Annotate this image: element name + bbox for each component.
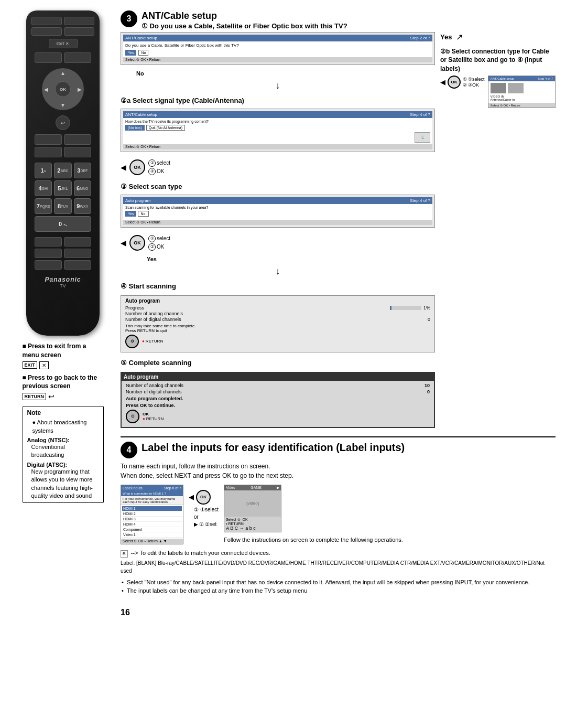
- step4-section: 4 Label the inputs for easy identificati…: [121, 436, 556, 598]
- arrow-down-1: ↓: [121, 81, 435, 90]
- scan-type-screen: Auto program Step 4 of 7 Scan scanning f…: [121, 195, 435, 228]
- sub2a-title: ②a Select signal type (Cable/Antenna): [121, 97, 435, 104]
- remote-dpad: ▲ ▼ ◀ ▶ OK: [42, 68, 84, 110]
- label-screen-header-right: Step 6 of 7: [164, 486, 181, 490]
- scanning-box: Auto program Progress 1% Number of: [121, 295, 435, 352]
- step4-right: Video GAME ▶ [video] Select ⊙ OK: [224, 485, 403, 544]
- select-2b: ①select: [468, 77, 485, 82]
- bullet-item-1: Select "Not used" for any back-panel inp…: [121, 578, 556, 587]
- dpad-up: ▲: [60, 70, 66, 76]
- step3-section: 3 ANT/Cable setup ① Do you use a Cable, …: [121, 10, 556, 429]
- screen3-question: Scan scanning for available channels in …: [125, 206, 430, 209]
- digital-value-scan: 0: [428, 317, 430, 322]
- return-note-label: RETURN: [23, 393, 47, 400]
- num-1: 1●: [35, 163, 52, 178]
- digital-title: Digital (ATSC):: [27, 462, 99, 468]
- right-column: 3 ANT/Cable setup ① Do you use a Cable, …: [121, 10, 556, 617]
- num-9: 9WXY: [74, 198, 91, 214]
- screen1-header-left: ANT/Cable setup: [125, 36, 157, 40]
- label-question2: For your convenience, you may name each …: [121, 496, 183, 505]
- remote-mid-btn-4: [64, 134, 91, 145]
- video-thumbnail-2: [508, 83, 524, 93]
- screen2b-footer: Select ⊙ OK • Return: [488, 103, 555, 108]
- num-2: 2ABC: [54, 163, 71, 178]
- complete-digital-value: 0: [427, 389, 430, 394]
- step4-header: 4 Label the inputs for easy identificati…: [121, 442, 556, 458]
- ok-label-3: OK: [157, 244, 164, 250]
- step4-desc1-text: To name each input, follow the instructi…: [121, 462, 556, 471]
- label-inputs-screen: Label inputs Step 6 of 7 What is connect…: [121, 485, 183, 544]
- rv-footer2: OK: [243, 518, 248, 521]
- step3-left: ANT/Cable setup Step 2 of 7 Do you use a…: [121, 32, 435, 429]
- step4-content: Label inputs Step 6 of 7 What is connect…: [121, 485, 556, 544]
- note-bullet-content: About broadcasting systems: [32, 419, 87, 433]
- label-note-r: R --> To edit the labels to match your c…: [121, 549, 556, 558]
- analog-title: Analog (NTSC):: [27, 437, 99, 443]
- step3-circle: 3: [121, 10, 137, 27]
- step4-desc2-text: When done, select NEXT and press OK to g…: [121, 471, 556, 480]
- brand-label: Panasonic: [45, 276, 81, 283]
- screen2a-header-right: Step 4 of 7: [410, 112, 430, 117]
- right-video-header-right: GAME: [251, 486, 262, 490]
- yes-label-right: Yes: [440, 33, 452, 41]
- num-8: 8TUV: [54, 198, 71, 214]
- right-video-body: [video]: [224, 490, 281, 517]
- step4-or: or: [194, 514, 219, 520]
- step4-set-label: ②set: [205, 521, 216, 527]
- analog-label-scan: Number of analog channels: [125, 311, 183, 316]
- screen1-no: No: [138, 50, 148, 56]
- video-in-screen: ANT/Cable setup Step 4 of 7 VIDEO IN: [488, 76, 556, 108]
- sub2b-title: ②b Select connection type for Cable or S…: [440, 47, 556, 73]
- circle-1-3: ①: [148, 235, 156, 242]
- circle-2-3: ②: [148, 243, 156, 251]
- step4-select-label: ①select: [200, 507, 219, 512]
- complete-return-text: RETURN: [146, 416, 164, 421]
- remote-mid-btn-5: [35, 147, 62, 157]
- ok-btn-2b: OK: [448, 76, 461, 89]
- ok-select-3: ◀ OK ① select ② OK: [121, 235, 435, 251]
- remote-mid-btn-1: [35, 52, 62, 63]
- sub5-title: ⑤ Complete scanning: [121, 359, 435, 367]
- remote-exit-button: EXIT ✕: [49, 39, 78, 48]
- complete-digital-label: Number of digital channels: [126, 389, 182, 394]
- label-full-text: Label: [BLANK] Blu-ray/CABLE/SATELLITE/D…: [121, 559, 556, 575]
- complete-ok-btn: ⊙: [126, 410, 139, 423]
- step3-subtitle: ① Do you use a Cable, Satellite or Fiber…: [142, 22, 347, 30]
- model-label: TV: [60, 283, 66, 288]
- exit-btn-icon: ✕: [66, 41, 69, 46]
- progress-bar: [390, 306, 421, 310]
- return-note-text: ■ Press to go back to the previous scree…: [23, 373, 104, 391]
- complete-title: Auto program: [122, 373, 434, 381]
- step3-right-inner: Yes ↗ ②b Select connection type for Cabl…: [440, 32, 556, 108]
- cable-question-screen: ANT/Cable setup Step 2 of 7 Do you use a…: [121, 32, 435, 65]
- left-column: EXIT ✕ ▲ ▼ ◀ ▶ OK ↩: [10, 10, 115, 617]
- dpad-right: ▶: [78, 87, 82, 92]
- ok-label-2a: OK: [157, 168, 164, 174]
- remote-mid-btn-3: [35, 134, 62, 145]
- select-label-3: select: [157, 235, 170, 241]
- digital-label-scan: Number of digital channels: [125, 317, 181, 322]
- press-notes: ■ Press to exit from a menu screen EXIT …: [23, 342, 104, 503]
- video-placeholder: [video]: [246, 501, 259, 506]
- remote-btn-3: [31, 27, 62, 36]
- ok-btn-2a: OK: [129, 159, 145, 175]
- label-note-text: --> To edit the labels to match your con…: [131, 550, 270, 556]
- numpad: 1● 2ABC 3DEF 4GHI 5JKL 6MNO 7PQRS 8TUV 9…: [35, 163, 91, 232]
- complete-msg1: Auto program completed.: [126, 396, 430, 401]
- small-screen-pair: ◀ OK ①①select ②②OK: [440, 76, 556, 108]
- sub3-title: ③ Select scan type: [121, 183, 435, 190]
- r-box: R: [121, 550, 128, 558]
- scan-ok-area: ⊙ ● RETURN: [125, 335, 430, 348]
- label-screen-footer: Select ⊙ OK • Return ▲ ▼: [121, 539, 183, 544]
- sub4-title: ④ Start scanning: [121, 282, 435, 290]
- remote-control: EXIT ✕ ▲ ▼ ◀ ▶ OK ↩: [23, 10, 104, 336]
- ok-btn-3: OK: [129, 235, 145, 251]
- remote-bottom-btn-4: [64, 249, 91, 258]
- note-bullet-text: ● About broadcasting systems: [32, 419, 99, 435]
- analog-body: Conventional broadcasting: [31, 443, 99, 459]
- complete-ok-area: ⊙ OK ● RETURN: [126, 410, 430, 423]
- rv-footer4: A B C → a b c: [226, 526, 279, 531]
- circle-2-2a: ②: [148, 168, 156, 175]
- num-3: 3DEF: [74, 163, 91, 178]
- remote-btn-4: [64, 27, 94, 36]
